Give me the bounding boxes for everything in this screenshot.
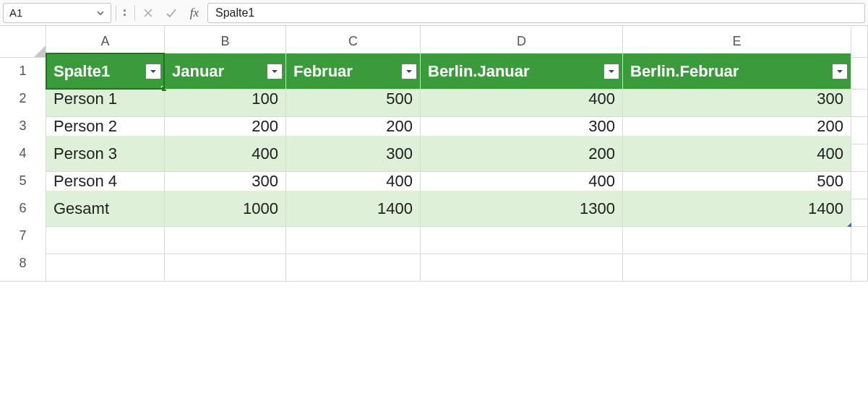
cell-D8[interactable] bbox=[421, 246, 623, 282]
insert-function-icon[interactable]: fx bbox=[184, 3, 205, 23]
expand-formula-bar-icon[interactable] bbox=[119, 9, 130, 16]
enter-icon[interactable] bbox=[161, 3, 181, 23]
select-all-corner[interactable] bbox=[0, 26, 46, 58]
separator bbox=[134, 5, 135, 21]
table-header-label: Februar bbox=[293, 62, 353, 81]
table-header-label: Berlin.Februar bbox=[630, 62, 739, 81]
cell-E8[interactable] bbox=[623, 246, 851, 282]
cell-B1[interactable]: Januar bbox=[165, 53, 286, 90]
cell-blank[interactable] bbox=[851, 246, 868, 282]
cell-E1[interactable]: Berlin.Februar bbox=[623, 53, 851, 90]
cell-D1[interactable]: Berlin.Januar bbox=[421, 53, 623, 90]
cell-B8[interactable] bbox=[165, 246, 286, 282]
table-header-label: Berlin.Januar bbox=[428, 62, 530, 81]
filter-dropdown-icon[interactable] bbox=[401, 64, 417, 79]
separator bbox=[116, 5, 116, 21]
cell-C1[interactable]: Februar bbox=[286, 53, 421, 90]
filter-dropdown-icon[interactable] bbox=[832, 64, 848, 79]
spreadsheet-grid[interactable]: A B C D E 1 Spalte1 Januar Februar Berli… bbox=[0, 26, 868, 273]
filter-dropdown-icon[interactable] bbox=[267, 64, 283, 79]
cell-C8[interactable] bbox=[286, 246, 421, 282]
row-header-8[interactable]: 8 bbox=[0, 246, 46, 282]
formula-input[interactable]: Spalte1 bbox=[207, 3, 865, 23]
table-header-label: Januar bbox=[172, 62, 224, 81]
name-box-value: A1 bbox=[9, 7, 22, 19]
name-box[interactable]: A1 bbox=[3, 3, 111, 23]
table-header-label: Spalte1 bbox=[53, 62, 110, 81]
cell-A1[interactable]: Spalte1 bbox=[46, 53, 165, 90]
filter-dropdown-icon[interactable] bbox=[145, 64, 161, 79]
table-resize-handle-icon[interactable] bbox=[843, 219, 851, 226]
chevron-down-icon[interactable] bbox=[96, 9, 105, 17]
formula-bar: A1 fx Spalte1 bbox=[0, 0, 868, 26]
cell-E6[interactable]: 1400 bbox=[623, 191, 851, 227]
formula-input-value: Spalte1 bbox=[215, 7, 254, 20]
cancel-icon[interactable] bbox=[138, 3, 158, 23]
cell-A8[interactable] bbox=[46, 246, 165, 282]
filter-dropdown-icon[interactable] bbox=[603, 64, 619, 79]
